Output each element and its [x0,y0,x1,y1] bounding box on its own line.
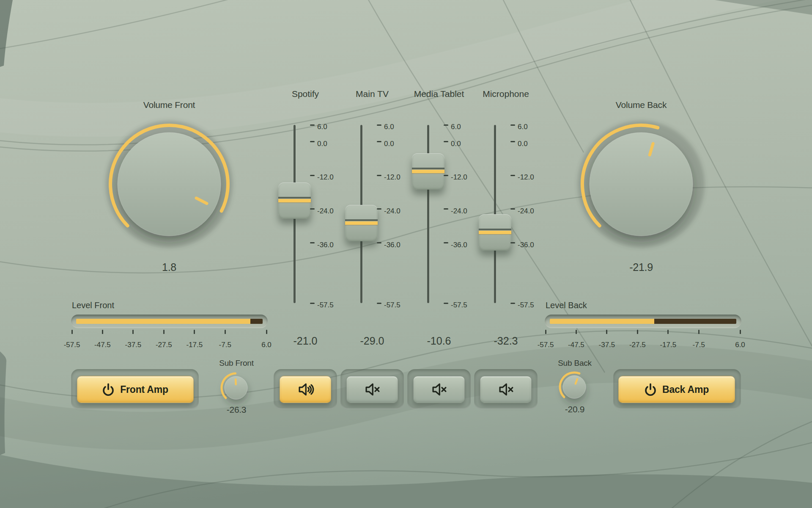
slider-tick-dash [510,175,515,176]
sub-back-knob[interactable] [557,369,592,405]
meter-tick-label: 6.0 [735,341,745,349]
slider-tick-dash [510,303,515,304]
speaker-muted-icon [430,381,448,398]
front-amp-button[interactable]: Front Amp [77,376,194,403]
meter-tick-dash [266,330,267,334]
sub-front-knob[interactable] [218,370,254,406]
slider-tick-label: 0.0 [518,140,528,148]
meter-tick-dash [637,330,638,334]
slider-tick-dash [377,208,381,210]
mute-button-media-tablet[interactable] [413,376,465,403]
meter-tick-dash [698,330,700,334]
volume-back-knob[interactable] [571,114,711,254]
back-amp-label: Back Amp [662,384,709,395]
volume-front-label: Volume Front [143,100,195,110]
slider-label: Microphone [483,89,529,99]
slider-tick-label: -36.0 [518,241,534,249]
thumb-groove [412,168,444,169]
meter-tick-label: -37.5 [599,341,615,349]
slider-tick-dash [510,124,515,126]
slider-tick-dash [377,141,381,142]
power-icon [102,383,114,396]
slider-tick-dash [444,208,448,210]
speaker-muted-icon [497,381,515,398]
slider-tick-dash [310,141,315,142]
thumb-indicator [278,199,311,202]
slider-tick-dash [444,141,448,142]
thumb-groove [345,219,378,221]
slider-tick-dash [310,208,315,210]
slider-tick-dash [444,303,448,304]
sub-front-label: Sub Front [219,359,254,368]
knob-face[interactable] [118,133,221,236]
power-icon [645,383,656,396]
slider-tick-dash [310,124,315,126]
meter-fill [550,319,654,324]
slider-tick-dash [510,242,515,243]
slider-tick-label: -57.5 [518,301,534,309]
meter-tick-label: -27.5 [629,341,646,349]
slider-thumb[interactable] [278,182,311,219]
meter-remainder [654,319,736,324]
meter-tick-dash [667,330,669,334]
slider-tick-dash [444,242,448,243]
meter-tick-label: -57.5 [538,341,554,349]
volume-back-value: -21.9 [629,261,653,273]
mute-button-main-tv[interactable] [346,376,398,403]
thumb-indicator [479,231,511,234]
volume-front-knob[interactable] [99,114,239,254]
meter-bar [550,319,736,324]
slider-tick-dash [377,303,381,304]
meter-tick-dash [102,330,103,334]
sub-front-value: -26.3 [227,405,246,415]
knob-face[interactable] [563,375,586,398]
meter-tick-dash [740,330,741,334]
back-amp-button[interactable]: Back Amp [618,376,735,403]
meter-label: Level Front [72,301,114,310]
slider-tick-label: -24.0 [518,207,534,215]
slider-thumb[interactable] [345,205,378,241]
volume-back-label: Volume Back [616,100,667,110]
meter-label: Level Back [546,301,587,310]
meter-tick-dash [225,330,226,334]
slider-tick-label: 6.0 [518,123,528,131]
slider-tick-label: -12.0 [518,173,534,182]
slider-value: -32.3 [494,335,518,347]
mute-button-spotify[interactable] [280,376,331,403]
slider-tick-dash [510,208,515,210]
slider-tick-dash [310,242,315,243]
volume-front-value: 1.8 [162,261,176,273]
slider-tick-dash [444,175,448,176]
slider-value: -29.0 [360,335,384,347]
slider-value: -21.0 [294,335,318,347]
meter-tick-label: -27.5 [156,341,172,349]
meter-tick-dash [163,330,165,334]
slider-tick-dash [444,124,448,126]
mute-button-microphone[interactable] [480,376,532,403]
speaker-muted-icon [363,381,381,398]
level-back-meter: Level Back -57.5-47.5-37.5-27.5-17.5-7.5… [545,301,741,349]
slider-thumb[interactable] [412,153,444,190]
meter-tick-dash [606,330,607,334]
slider-column-microphone: Microphone 6.00.0-12.0-24.0-36.0-57.5 -3… [451,64,561,368]
meter-tick-dash [194,330,195,334]
audio-mixer-panel: Volume Front 1.8 Volume Back -21.9 Spoti… [0,0,812,508]
thumb-groove [479,229,511,230]
meter-tick-label: -47.5 [568,341,584,349]
meter-remainder [250,319,263,324]
meter-bar [76,319,263,324]
slider-tick-dash [377,124,381,126]
slider-tick-dash [377,175,381,176]
meter-tick-label: -7.5 [219,341,231,349]
slider-thumb[interactable] [479,214,511,251]
meter-tick-dash [545,330,546,334]
thumb-groove [278,197,311,199]
thumb-indicator [412,170,444,173]
meter-tick-dash [132,330,134,334]
thumb-indicator [345,221,378,225]
knob-face[interactable] [590,133,693,236]
slider-track[interactable] [427,125,429,303]
slider-value: -10.6 [427,335,451,347]
sub-back-label: Sub Back [558,359,592,368]
meter-fill [76,319,250,324]
